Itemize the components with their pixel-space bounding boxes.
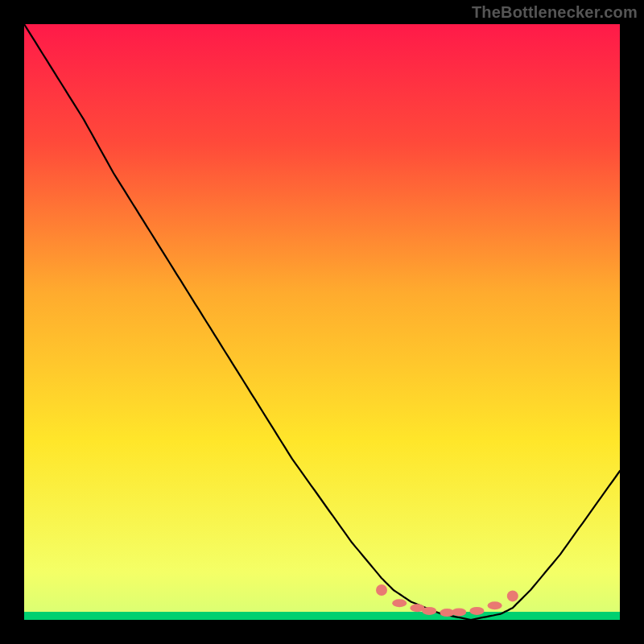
optimal-dot bbox=[507, 590, 518, 601]
optimal-dot bbox=[469, 607, 484, 615]
plot-area bbox=[24, 24, 620, 620]
chart-frame: TheBottlenecker.com bbox=[0, 0, 644, 644]
green-bottom-stripe bbox=[24, 612, 620, 620]
optimal-dot bbox=[452, 608, 466, 616]
optimal-dot bbox=[392, 599, 407, 607]
optimal-dot bbox=[422, 607, 436, 615]
watermark-text: TheBottlenecker.com bbox=[472, 3, 638, 22]
optimal-dot bbox=[488, 601, 502, 609]
optimal-dot bbox=[376, 584, 387, 596]
gradient-background bbox=[24, 24, 620, 620]
bottleneck-chart bbox=[24, 24, 620, 620]
